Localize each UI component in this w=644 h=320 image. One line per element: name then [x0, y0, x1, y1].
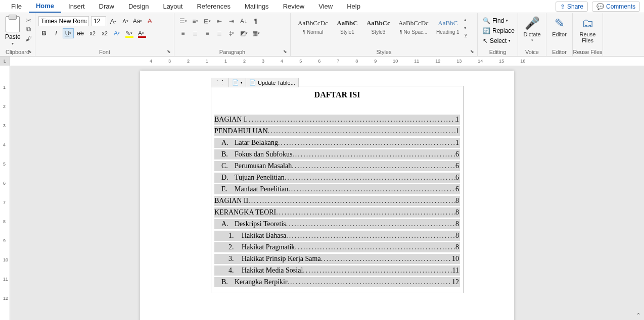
- tab-review[interactable]: Review: [276, 1, 312, 12]
- toc-entry[interactable]: 2.Hakikat Pragmatik8: [214, 242, 460, 252]
- toc-entry[interactable]: B.Fokus dan Subfokus6: [214, 149, 460, 159]
- tab-draw[interactable]: Draw: [92, 1, 121, 12]
- style-item-1[interactable]: AaBbCStyle1: [332, 15, 362, 37]
- bold-button[interactable]: B: [38, 28, 50, 38]
- multilevel-list-button[interactable]: ⊟▾: [202, 16, 213, 26]
- italic-button[interactable]: I: [51, 28, 62, 38]
- reuse-label: Reuse Files: [580, 31, 596, 43]
- font-size-select[interactable]: [91, 16, 106, 26]
- toc-entry[interactable]: A.Latar Belakang1: [214, 138, 460, 148]
- subscript-button[interactable]: x2: [87, 28, 98, 38]
- toc-entry[interactable]: 4.Hakikat Media Sosial11: [214, 265, 460, 276]
- styles-scroll-button[interactable]: ⊻: [464, 33, 471, 40]
- borders-button[interactable]: ▦▾: [250, 28, 261, 38]
- clear-formatting-button[interactable]: A̶: [145, 16, 155, 26]
- show-marks-button[interactable]: ¶: [250, 16, 261, 26]
- tab-design[interactable]: Design: [121, 1, 156, 12]
- text-effects-button[interactable]: A▾: [111, 28, 122, 38]
- toc-entry[interactable]: D.Tujuan Penelitian6: [214, 173, 460, 183]
- tab-help[interactable]: Help: [340, 1, 367, 12]
- font-dialog-launcher[interactable]: ⬊: [167, 49, 173, 55]
- toc-entry[interactable]: PENDAHULUAN1: [214, 126, 460, 136]
- vertical-ruler[interactable]: 123456789101112: [0, 66, 10, 320]
- decrease-indent-button[interactable]: ⇤: [214, 16, 225, 26]
- tab-layout[interactable]: Layout: [156, 1, 190, 12]
- paste-button[interactable]: Paste ▾: [3, 14, 23, 48]
- copy-button[interactable]: ⧉: [24, 25, 34, 33]
- numbering-button[interactable]: ≡▾: [190, 16, 201, 26]
- group-voice: 🎤 Dictate ▾ Voice: [518, 13, 546, 56]
- toc-entry[interactable]: C.Perumusan Masalah6: [214, 161, 460, 171]
- styles-scroll-button[interactable]: ▾: [464, 25, 471, 32]
- toc-handle-button[interactable]: ⋮⋮: [211, 78, 229, 87]
- tab-references[interactable]: References: [190, 1, 237, 12]
- tab-mailings[interactable]: Mailings: [238, 1, 276, 12]
- change-case-button[interactable]: Aa▾: [132, 16, 143, 26]
- format-painter-button[interactable]: 🖌: [24, 34, 34, 42]
- highlight-button[interactable]: ✎▾: [123, 28, 134, 38]
- select-button[interactable]: ↖Select▾: [481, 36, 513, 45]
- horizontal-ruler[interactable]: 432112345678910111213141516: [10, 57, 644, 66]
- align-right-button[interactable]: ≡: [202, 28, 213, 38]
- line-spacing-button[interactable]: ‡▾: [226, 28, 237, 38]
- styles-scroll-button[interactable]: ▴: [464, 17, 471, 24]
- dictate-button[interactable]: 🎤 Dictate ▾: [521, 14, 543, 44]
- group-reuse: 🗂 Reuse Files Reuse Files: [573, 13, 603, 56]
- find-button[interactable]: 🔍Find▾: [481, 16, 510, 25]
- toc-frame[interactable]: DAFTAR ISI BAGIAN I1PENDAHULUAN1A.Latar …: [211, 86, 464, 293]
- style-item-0[interactable]: AaBbCcDc¶ Normal: [294, 15, 332, 37]
- cut-button[interactable]: ✂: [24, 16, 34, 24]
- tab-home[interactable]: Home: [29, 0, 61, 13]
- align-center-button[interactable]: ≣: [190, 28, 201, 38]
- tab-file[interactable]: File: [4, 1, 29, 12]
- toc-update-button[interactable]: 📄Update Table...: [246, 78, 298, 87]
- toc-entry[interactable]: 3.Hakikat Prinsip Kerja Sama10: [214, 254, 460, 264]
- toc-text: Manfaat Penelitian: [235, 185, 288, 193]
- toc-leader: [303, 266, 452, 275]
- comments-label: Comments: [606, 3, 635, 10]
- toc-entry[interactable]: A.Deskripsi Teoretis8: [214, 219, 460, 229]
- replace-button[interactable]: 🔄Replace: [481, 26, 517, 35]
- comments-button[interactable]: 💬Comments: [592, 2, 640, 12]
- superscript-button[interactable]: x2: [99, 28, 110, 38]
- ruler-corner[interactable]: L: [0, 57, 10, 66]
- tab-insert[interactable]: Insert: [61, 1, 92, 12]
- toc-menu-button[interactable]: 📄▾: [229, 78, 246, 87]
- justify-button[interactable]: ≣: [214, 28, 225, 38]
- toc-entry[interactable]: BAGIAN II8: [214, 196, 460, 206]
- grow-font-button[interactable]: A▴: [108, 16, 118, 26]
- increase-indent-button[interactable]: ⇥: [226, 16, 237, 26]
- reuse-files-button[interactable]: 🗂 Reuse Files: [576, 14, 600, 45]
- shading-button[interactable]: ◩▾: [238, 28, 249, 38]
- style-item-3[interactable]: AaBbCcDc¶ No Spac...: [394, 15, 433, 37]
- toc-entry[interactable]: E.Manfaat Penelitian6: [214, 184, 460, 194]
- style-name: ¶ Normal: [303, 29, 323, 35]
- style-preview: AaBbC: [336, 17, 358, 29]
- toc-entry[interactable]: BAGIAN I1: [214, 115, 460, 125]
- share-icon: ⇪: [560, 3, 565, 10]
- toc-entry[interactable]: KERANGKA TEORI8: [214, 207, 460, 218]
- style-item-4[interactable]: AaBbCHeading 1: [433, 15, 463, 37]
- underline-button[interactable]: U▾: [63, 28, 74, 38]
- font-name-select[interactable]: [38, 16, 89, 26]
- share-button[interactable]: ⇪Share: [556, 2, 588, 12]
- toc-text: Latar Belakang: [235, 139, 278, 147]
- styles-dialog-launcher[interactable]: ⬊: [470, 49, 476, 55]
- strikethrough-button[interactable]: ab: [75, 28, 86, 38]
- toc-text: KERANGKA TEORI: [214, 208, 276, 217]
- bullets-button[interactable]: ☰▾: [177, 16, 189, 26]
- toc-leader: [286, 232, 455, 240]
- toc-entry[interactable]: B.Kerangka Berpikir12: [214, 277, 460, 287]
- tab-view[interactable]: View: [311, 1, 340, 12]
- align-left-button[interactable]: ≡: [177, 28, 189, 38]
- paragraph-dialog-launcher[interactable]: ⬊: [283, 49, 289, 55]
- editor-button[interactable]: ✎ Editor: [549, 14, 569, 39]
- sort-button[interactable]: A↓: [238, 16, 249, 26]
- document-area[interactable]: ⋮⋮ 📄▾ 📄Update Table... DAFTAR ISI BAGIAN…: [10, 66, 644, 320]
- toc-entry[interactable]: 1.Hakikat Bahasa8: [214, 231, 460, 241]
- style-item-2[interactable]: AaBbCcStyle3: [362, 15, 394, 37]
- clipboard-dialog-launcher[interactable]: ⬊: [28, 49, 34, 55]
- font-color-button[interactable]: A▾: [135, 28, 147, 38]
- toc-text: Kerangka Berpikir: [235, 278, 288, 286]
- shrink-font-button[interactable]: A▾: [120, 16, 130, 26]
